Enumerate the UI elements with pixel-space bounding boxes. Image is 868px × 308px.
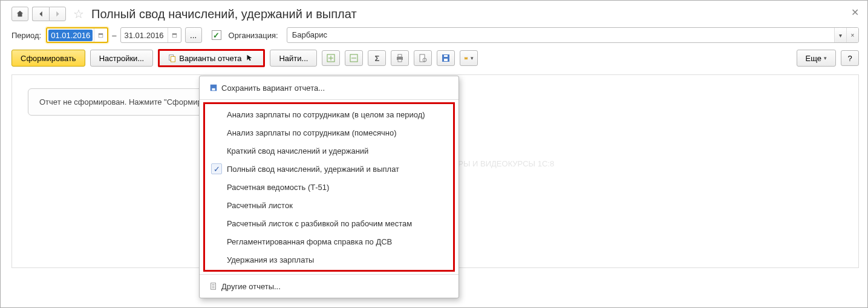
date-to-calendar-button[interactable] xyxy=(168,28,181,42)
svg-rect-5 xyxy=(171,56,175,62)
variant-item[interactable]: Регламентированная форма справка по ДСВ xyxy=(205,232,453,251)
dropdown-separator xyxy=(200,274,458,275)
date-to-value[interactable]: 31.01.2016 xyxy=(121,31,168,40)
variants-icon xyxy=(168,54,177,62)
svg-rect-1 xyxy=(99,33,103,34)
save-variant-item[interactable]: Сохранить вариант отчета... xyxy=(200,79,458,97)
variants-list-highlight: Анализ зарплаты по сотрудникам (в целом … xyxy=(203,102,455,272)
expand-icon xyxy=(326,53,336,63)
close-button[interactable]: ✕ xyxy=(851,7,859,18)
variant-item[interactable]: Расчетная ведомость (Т-51) xyxy=(205,178,453,196)
other-reports-item[interactable]: Другие отчеты... xyxy=(200,277,458,295)
period-ellipsis-button[interactable]: ... xyxy=(185,27,202,43)
organization-dropdown-button[interactable]: ▾ xyxy=(834,28,846,42)
variant-item[interactable]: Расчетный листок с разбивкой по рабочим … xyxy=(205,214,453,232)
check-icon: ✓ xyxy=(211,163,222,174)
calendar-icon xyxy=(172,33,177,38)
printer-icon xyxy=(395,53,405,63)
home-icon xyxy=(16,10,24,18)
filter-bar: Период: 01.01.2016 – 31.01.2016 ... ✓ Ор… xyxy=(11,27,859,43)
variant-item[interactable]: Краткий свод начислений и удержаний xyxy=(205,142,453,160)
variant-item[interactable]: Анализ зарплаты по сотрудникам (помесячн… xyxy=(205,123,453,142)
arrow-right-icon xyxy=(53,10,62,18)
floppy-small-icon xyxy=(206,84,221,92)
organization-value: Барбарис xyxy=(287,28,834,42)
find-button[interactable]: Найти... xyxy=(270,50,317,67)
report-variants-dropdown: Сохранить вариант отчета... Анализ зарпл… xyxy=(199,76,459,298)
svg-rect-18 xyxy=(212,88,215,91)
print-button[interactable] xyxy=(391,50,409,66)
sigma-icon: Σ xyxy=(375,54,380,63)
generate-button[interactable]: Сформировать xyxy=(11,50,85,67)
period-label: Период: xyxy=(11,31,42,40)
envelope-icon xyxy=(464,56,468,61)
favorite-star-icon[interactable]: ☆ xyxy=(70,7,88,21)
dropdown-separator xyxy=(200,99,458,100)
date-from-value[interactable]: 01.01.2016 xyxy=(48,30,93,41)
more-label: Еще xyxy=(806,54,821,63)
preview-icon xyxy=(418,53,428,63)
more-button[interactable]: Еще ▾ xyxy=(797,50,836,67)
variant-item[interactable]: Удержания из зарплаты xyxy=(205,251,453,269)
collapse-groups-button[interactable] xyxy=(345,50,363,66)
variant-item-selected[interactable]: ✓Полный свод начислений, удержаний и вып… xyxy=(205,160,453,178)
report-variants-highlight: Варианты отчета xyxy=(158,49,265,67)
document-icon xyxy=(206,282,221,290)
email-button[interactable]: ▾ xyxy=(460,50,478,66)
page-title: Полный свод начислений, удержаний и выпл… xyxy=(91,7,357,21)
svg-rect-15 xyxy=(444,55,448,57)
svg-rect-10 xyxy=(398,59,402,62)
cursor-icon xyxy=(244,54,255,62)
svg-rect-14 xyxy=(444,59,448,61)
calendar-icon xyxy=(98,33,103,38)
organization-label: Организация: xyxy=(229,31,279,40)
other-reports-label: Другие отчеты... xyxy=(221,282,281,291)
variant-item[interactable]: Анализ зарплаты по сотрудникам (в целом … xyxy=(205,105,453,123)
home-button[interactable] xyxy=(11,7,28,21)
period-dash: – xyxy=(112,31,116,40)
collapse-icon xyxy=(349,53,359,63)
organization-field[interactable]: Барбарис ▾ × xyxy=(287,27,859,43)
arrow-left-icon xyxy=(37,10,45,18)
navigation-bar: ☆ Полный свод начислений, удержаний и вы… xyxy=(11,7,859,21)
date-from-field[interactable]: 01.01.2016 xyxy=(46,27,108,43)
settings-button[interactable]: Настройки... xyxy=(90,50,154,67)
org-enabled-checkbox[interactable]: ✓ xyxy=(212,30,221,40)
forward-button[interactable] xyxy=(49,7,66,21)
empty-report-message: Отчет не сформирован. Нажмите "Сформир xyxy=(28,88,214,116)
floppy-icon xyxy=(441,53,451,63)
save-button[interactable] xyxy=(437,50,455,66)
back-button[interactable] xyxy=(32,7,49,21)
variant-item[interactable]: Расчетный листок xyxy=(205,196,453,214)
svg-rect-3 xyxy=(172,33,177,34)
sum-button[interactable]: Σ xyxy=(368,50,386,66)
date-from-calendar-button[interactable] xyxy=(94,28,107,42)
save-variant-label: Сохранить вариант отчета... xyxy=(221,84,325,93)
toolbar: Сформировать Настройки... Варианты отчет… xyxy=(11,49,859,67)
report-variants-label: Варианты отчета xyxy=(179,54,241,63)
preview-button[interactable] xyxy=(414,50,432,66)
organization-clear-button[interactable]: × xyxy=(846,28,858,42)
help-button[interactable]: ? xyxy=(841,50,859,66)
svg-rect-9 xyxy=(398,54,402,57)
report-variants-button[interactable]: Варианты отчета xyxy=(160,51,263,65)
expand-groups-button[interactable] xyxy=(322,50,340,66)
date-to-field[interactable]: 31.01.2016 xyxy=(120,27,181,43)
